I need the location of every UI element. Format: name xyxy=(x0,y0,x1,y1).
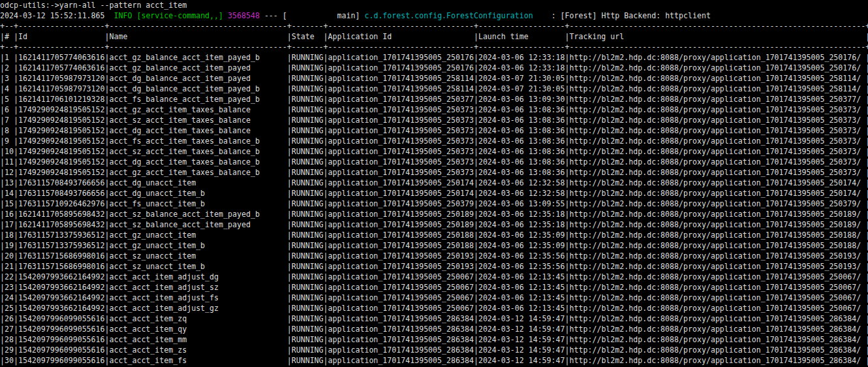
tracking-url[interactable]: http://bl2m2.hdp.dc:8088/proxy/applicati… xyxy=(570,95,861,104)
table-row: |6 |1749290924819505152|acct_gz_acct_ite… xyxy=(0,104,868,115)
table-row: |19|1763115713375936512|acct_gz_unacct_i… xyxy=(0,240,868,251)
row-end: | xyxy=(861,53,868,62)
tracking-url[interactable]: http://bl2m2.hdp.dc:8088/proxy/applicati… xyxy=(570,251,861,261)
tracking-url[interactable]: http://bl2m2.hdp.dc:8088/proxy/applicati… xyxy=(570,335,861,344)
tracking-url[interactable]: http://bl2m2.hdp.dc:8088/proxy/applicati… xyxy=(570,84,861,93)
row-cells: |9 |1749290924819505152|acct_fs_acct_ite… xyxy=(0,136,570,146)
tracking-url[interactable]: http://bl2m2.hdp.dc:8088/proxy/applicati… xyxy=(570,272,861,281)
row-end: | xyxy=(861,314,868,323)
tracking-url[interactable]: http://bl2m2.hdp.dc:8088/proxy/applicati… xyxy=(570,220,861,229)
row-cells: |8 |1749290924819505152|acct_dg_acct_ite… xyxy=(0,126,570,135)
row-cells: |22|1542097993662164992|acct_acct_item_a… xyxy=(0,272,570,281)
row-end: | xyxy=(861,136,868,146)
row-end: | xyxy=(861,63,868,72)
row-cells: |19|1763115713375936512|acct_gz_unacct_i… xyxy=(0,241,570,250)
table-row: |12|1749290924819505152|acct_gz_acct_ite… xyxy=(0,167,868,178)
row-end: | xyxy=(861,231,868,240)
table-row: |21|1763115715686998016|acct_sz_unacct_i… xyxy=(0,261,868,272)
row-end: | xyxy=(861,304,868,313)
table-row: |15|1763115710926462976|acct_fs_unacct_i… xyxy=(0,199,868,209)
tracking-url[interactable]: http://bl2m2.hdp.dc:8088/proxy/applicati… xyxy=(570,53,861,62)
row-end: | xyxy=(861,95,868,104)
row-cells: |2 |1621411705774063616|acct_gz_balance_… xyxy=(0,63,570,72)
row-cells: |25|1542097993662164992|acct_acct_item_a… xyxy=(0,304,570,313)
tracking-url[interactable]: http://bl2m2.hdp.dc:8088/proxy/applicati… xyxy=(570,74,861,83)
table-row: |2 |1621411705774063616|acct_gz_balance_… xyxy=(0,63,868,73)
tracking-url[interactable]: http://bl2m2.hdp.dc:8088/proxy/applicati… xyxy=(570,293,861,302)
tracking-url[interactable]: http://bl2m2.hdp.dc:8088/proxy/applicati… xyxy=(570,63,861,72)
tracking-url[interactable]: http://bl2m2.hdp.dc:8088/proxy/applicati… xyxy=(570,136,861,146)
row-end: | xyxy=(861,272,868,281)
table-row: |13|1763115708493766656|acct_dg_unacct_i… xyxy=(0,178,868,188)
tracking-url[interactable]: http://bl2m2.hdp.dc:8088/proxy/applicati… xyxy=(570,283,861,292)
tracking-url[interactable]: http://bl2m2.hdp.dc:8088/proxy/applicati… xyxy=(570,157,861,167)
tracking-url[interactable]: http://bl2m2.hdp.dc:8088/proxy/applicati… xyxy=(570,262,861,271)
log-logger: c.d.forest.config.ForestConfiguration xyxy=(364,11,533,20)
row-cells: |21|1763115715686998016|acct_sz_unacct_i… xyxy=(0,262,570,271)
table-row: |20|1763115715686998016|acct_sz_unacct_i… xyxy=(0,251,868,261)
table-row: |27|1542097996099055616|acct_acct_item_q… xyxy=(0,324,868,334)
table-row: |3 |1621411705987973120|acct_dg_balance_… xyxy=(0,73,868,84)
tracking-url[interactable]: http://bl2m2.hdp.dc:8088/proxy/applicati… xyxy=(570,116,861,125)
tracking-url[interactable]: http://bl2m2.hdp.dc:8088/proxy/applicati… xyxy=(570,147,861,156)
log-thread: --- [ main] xyxy=(260,11,365,20)
row-end: | xyxy=(861,178,868,187)
tracking-url[interactable]: http://bl2m2.hdp.dc:8088/proxy/applicati… xyxy=(570,314,861,323)
tracking-url[interactable]: http://bl2m2.hdp.dc:8088/proxy/applicati… xyxy=(570,345,861,355)
tracking-url[interactable]: http://bl2m2.hdp.dc:8088/proxy/applicati… xyxy=(570,325,861,334)
tracking-url[interactable]: http://bl2m2.hdp.dc:8088/proxy/applicati… xyxy=(570,189,861,198)
shell-command: yarn-all --pattern acct_item xyxy=(59,1,187,10)
table-row: |25|1542097993662164992|acct_acct_item_a… xyxy=(0,303,868,313)
row-cells: |29|1542097996099055616|acct_acct_item_z… xyxy=(0,345,570,355)
table-border-mid: +--+-------------------+----------------… xyxy=(0,42,868,52)
tracking-url[interactable]: http://bl2m2.hdp.dc:8088/proxy/applicati… xyxy=(570,199,861,208)
table-row: |11|1749290924819505152|acct_dg_acct_ite… xyxy=(0,157,868,167)
row-end: | xyxy=(861,356,868,365)
tracking-url[interactable]: http://bl2m2.hdp.dc:8088/proxy/applicati… xyxy=(570,126,861,135)
log-timestamp: 2024-03-12 15:52:11.865 xyxy=(0,11,114,20)
row-cells: |30|1542097996099055616|acct_acct_item_f… xyxy=(0,356,570,365)
row-end: | xyxy=(861,147,868,156)
table-row: |28|1542097996099055616|acct_acct_item_m… xyxy=(0,334,868,345)
tracking-url[interactable]: http://bl2m2.hdp.dc:8088/proxy/applicati… xyxy=(570,356,861,365)
row-end: | xyxy=(861,105,868,114)
shell-prompt: odcp-utils:-> xyxy=(0,1,59,10)
table-border-top: +--+-------------------+----------------… xyxy=(0,21,868,31)
table-row: |29|1542097996099055616|acct_acct_item_z… xyxy=(0,345,868,355)
row-cells: |17|1621411705895698432|acct_sz_balance_… xyxy=(0,220,570,229)
row-end: | xyxy=(861,126,868,135)
tracking-url[interactable]: http://bl2m2.hdp.dc:8088/proxy/applicati… xyxy=(570,231,861,240)
table-row: |26|1542097996099055616|acct_acct_item_z… xyxy=(0,313,868,324)
row-cells: |10|1749290924819505152|acct_sz_acct_ite… xyxy=(0,147,570,156)
table-row: |5 |1621411706101219328|acct_fs_balance_… xyxy=(0,94,868,104)
row-cells: |26|1542097996099055616|acct_acct_item_z… xyxy=(0,314,570,323)
row-end: | xyxy=(861,84,868,93)
row-end: | xyxy=(861,168,868,177)
row-cells: |24|1542097993662164992|acct_acct_item_a… xyxy=(0,293,570,302)
row-cells: |15|1763115710926462976|acct_fs_unacct_i… xyxy=(0,199,570,208)
row-cells: |12|1749290924819505152|acct_gz_acct_ite… xyxy=(0,168,570,177)
table-row: |1 |1621411705774063616|acct_gz_balance_… xyxy=(0,52,868,63)
table-row: |4 |1621411705987973120|acct_dg_balance_… xyxy=(0,84,868,94)
row-end: | xyxy=(861,210,868,219)
log-pid: 3568548 xyxy=(228,11,260,20)
tracking-url[interactable]: http://bl2m2.hdp.dc:8088/proxy/applicati… xyxy=(570,105,861,114)
row-end: | xyxy=(861,74,868,83)
row-cells: |28|1542097996099055616|acct_acct_item_m… xyxy=(0,335,570,344)
log-line: 2024-03-12 15:52:11.865 INFO [service-co… xyxy=(0,10,868,21)
row-cells: |3 |1621411705987973120|acct_dg_balance_… xyxy=(0,74,570,83)
table-row: |7 |1749290924819505152|acct_sz_acct_ite… xyxy=(0,115,868,125)
tracking-url[interactable]: http://bl2m2.hdp.dc:8088/proxy/applicati… xyxy=(570,168,861,177)
tracking-url[interactable]: http://bl2m2.hdp.dc:8088/proxy/applicati… xyxy=(570,304,861,313)
row-end: | xyxy=(861,325,868,334)
row-end: | xyxy=(861,220,868,229)
table-row: |30|1542097996099055616|acct_acct_item_f… xyxy=(0,355,868,366)
row-cells: |4 |1621411705987973120|acct_dg_balance_… xyxy=(0,84,570,93)
table-row: |10|1749290924819505152|acct_sz_acct_ite… xyxy=(0,146,868,157)
tracking-url[interactable]: http://bl2m2.hdp.dc:8088/proxy/applicati… xyxy=(570,241,861,250)
tracking-url[interactable]: http://bl2m2.hdp.dc:8088/proxy/applicati… xyxy=(570,210,861,219)
tracking-url[interactable]: http://bl2m2.hdp.dc:8088/proxy/applicati… xyxy=(570,178,861,187)
log-level-context: INFO [service-command,,] xyxy=(114,11,224,20)
row-cells: |6 |1749290924819505152|acct_gz_acct_ite… xyxy=(0,105,570,114)
row-end: | xyxy=(861,199,868,208)
